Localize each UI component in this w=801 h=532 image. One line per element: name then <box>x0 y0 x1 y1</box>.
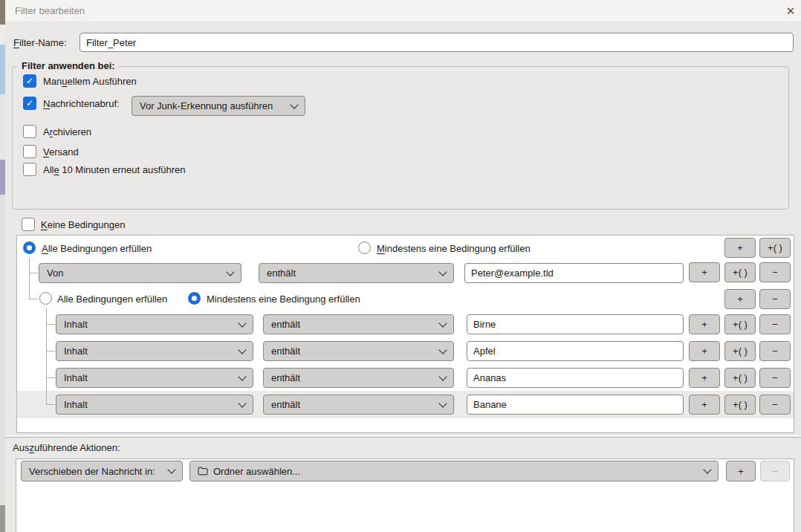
match-all-radio[interactable] <box>23 241 36 254</box>
apply-legend: Filter anwenden bei: <box>18 60 119 71</box>
add-condition-group-button[interactable]: +( ) <box>724 395 756 415</box>
background-segment <box>0 0 5 25</box>
remove-condition-button[interactable]: − <box>759 262 791 282</box>
add-condition-group-button[interactable]: +( ) <box>724 314 756 334</box>
background-window-sliver <box>0 0 5 532</box>
condition-operator-dropdown[interactable]: enthält <box>259 263 454 283</box>
message-retrieval-label: Nachrichtenabruf: <box>43 98 120 109</box>
remove-action-button: − <box>760 461 790 481</box>
chevron-down-icon <box>438 399 447 407</box>
add-condition-button[interactable]: + <box>689 395 720 415</box>
tree-connector <box>47 377 55 378</box>
match-all-label: Alle Bedingungen erfüllen <box>42 243 152 254</box>
dialog-titlebar <box>5 0 801 22</box>
add-condition-button[interactable]: + <box>724 289 756 309</box>
no-conditions-label: Keine Bedingungen <box>41 219 126 230</box>
condition-operator-dropdown[interactable]: enthält <box>263 368 454 388</box>
chevron-down-icon <box>167 465 175 473</box>
periodic-label: Alle 10 Minuten erneut ausführen <box>43 164 186 175</box>
filter-name-label: Filter-Name: <box>13 37 67 48</box>
nested-match-any-label: Mindestens eine Bedingung erfüllen <box>207 293 360 305</box>
add-condition-button[interactable]: + <box>689 341 720 361</box>
condition-value-input[interactable] <box>467 314 684 334</box>
tree-connector <box>30 299 37 299</box>
background-segment <box>0 94 5 160</box>
folder-icon <box>198 467 208 476</box>
remove-condition-button[interactable]: − <box>759 395 791 415</box>
add-condition-group-button[interactable]: +( ) <box>724 368 756 388</box>
condition-field-dropdown[interactable]: Inhalt <box>56 395 253 415</box>
check-icon: ✓ <box>26 98 33 108</box>
condition-operator-dropdown[interactable]: enthält <box>263 395 454 415</box>
archive-checkbox[interactable] <box>23 125 36 138</box>
actions-heading: Auszuführende Aktionen: <box>13 442 120 453</box>
add-action-button[interactable]: + <box>726 461 756 481</box>
condition-operator-dropdown[interactable]: enthält <box>263 314 454 334</box>
apply-groupbox <box>12 66 789 210</box>
junk-timing-dropdown[interactable]: Vor Junk-Erkennung ausführen <box>132 96 305 116</box>
add-condition-group-button[interactable]: +( ) <box>724 341 756 361</box>
chevron-down-icon <box>238 346 246 354</box>
condition-value-input[interactable] <box>467 395 684 415</box>
condition-value-input[interactable] <box>467 341 684 361</box>
add-condition-button[interactable]: + <box>689 314 720 334</box>
background-segment <box>0 195 5 505</box>
chevron-down-icon <box>703 465 711 473</box>
condition-field-dropdown[interactable]: Inhalt <box>56 341 253 361</box>
chevron-down-icon <box>438 346 447 354</box>
tree-connector <box>29 258 30 299</box>
condition-field-dropdown[interactable]: Inhalt <box>56 368 253 388</box>
add-condition-button[interactable]: + <box>689 368 720 388</box>
background-segment <box>0 505 5 532</box>
chevron-down-icon <box>238 399 246 407</box>
background-segment <box>0 45 5 94</box>
nested-match-all-radio[interactable] <box>39 292 52 305</box>
remove-condition-button[interactable]: − <box>759 368 791 388</box>
nested-match-all-label: Alle Bedingungen erfüllen <box>57 293 167 305</box>
filter-name-input[interactable] <box>80 33 794 52</box>
message-retrieval-checkbox[interactable]: ✓ <box>23 97 36 110</box>
tree-connector <box>47 324 55 325</box>
condition-field-dropdown[interactable]: Inhalt <box>56 314 253 334</box>
condition-value-input[interactable] <box>464 263 684 283</box>
remove-condition-group-button[interactable]: − <box>759 289 791 309</box>
remove-condition-button[interactable]: − <box>759 314 791 334</box>
tree-connector <box>47 351 55 351</box>
add-condition-group-button[interactable]: +( ) <box>724 262 756 282</box>
tree-connector <box>46 308 47 405</box>
chevron-down-icon <box>290 100 298 108</box>
dialog-title: Filter bearbeiten <box>15 0 85 22</box>
check-icon: ✓ <box>26 76 33 86</box>
target-folder-dropdown[interactable]: Ordner auswählen... <box>189 461 719 481</box>
background-segment <box>0 160 5 195</box>
periodic-checkbox[interactable] <box>23 163 36 176</box>
match-any-radio[interactable] <box>358 241 371 254</box>
nested-match-any-radio[interactable] <box>188 292 201 305</box>
match-any-label: Mindestens eine Bedingung erfüllen <box>377 243 531 254</box>
manual-run-checkbox[interactable]: ✓ <box>23 74 36 88</box>
condition-operator-dropdown[interactable]: enthält <box>263 341 454 361</box>
tree-connector <box>47 404 55 405</box>
archive-label: Archivieren <box>43 126 91 137</box>
remove-condition-button[interactable]: − <box>759 341 791 361</box>
send-checkbox[interactable] <box>23 145 36 158</box>
add-condition-button[interactable]: + <box>724 238 756 258</box>
add-condition-button[interactable]: + <box>689 262 720 282</box>
condition-field-dropdown[interactable]: Von <box>39 263 241 283</box>
close-icon[interactable]: ✕ <box>782 0 800 22</box>
send-label: Versand <box>43 146 79 158</box>
add-condition-group-button[interactable]: +( ) <box>759 238 791 258</box>
background-segment <box>0 25 5 45</box>
section-divider <box>5 437 801 438</box>
chevron-down-icon <box>438 319 447 327</box>
chevron-down-icon <box>438 372 447 380</box>
chevron-down-icon <box>238 372 246 380</box>
chevron-down-icon <box>238 319 246 327</box>
action-type-dropdown[interactable]: Verschieben der Nachricht in: <box>21 461 183 481</box>
manual-run-label: Manuellem Ausführen <box>43 76 137 87</box>
tree-connector <box>30 273 38 273</box>
chevron-down-icon <box>438 267 447 276</box>
chevron-down-icon <box>226 267 234 276</box>
condition-value-input[interactable] <box>467 368 684 388</box>
no-conditions-checkbox[interactable] <box>22 218 35 231</box>
